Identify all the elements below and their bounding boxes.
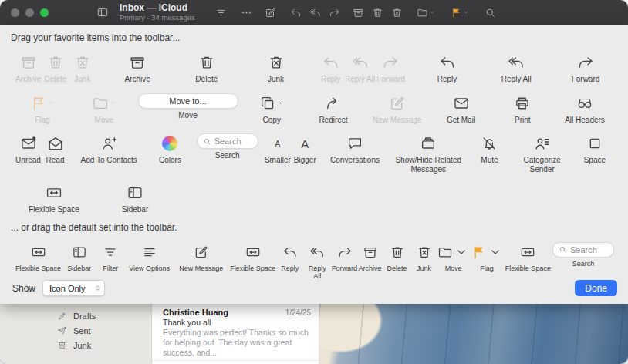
toolbar-item-label: Delete xyxy=(44,75,66,84)
search-field[interactable]: Search xyxy=(552,242,614,258)
toolbar-item-label: New Message xyxy=(179,265,223,272)
a-small-icon: A xyxy=(275,133,280,153)
toolbar-item-filter[interactable]: Filter xyxy=(96,242,126,272)
toolbar-item-move: Move xyxy=(77,93,131,125)
close-button[interactable] xyxy=(11,8,19,17)
default-toolbar-set[interactable]: Flexible SpaceSidebarFilterView OptionsN… xyxy=(0,242,628,281)
sidebar-toggle-icon[interactable] xyxy=(96,6,109,19)
toolbar-item-forward[interactable]: Forward xyxy=(332,242,357,281)
filter-icon[interactable] xyxy=(215,7,227,19)
toolbar-item-group-archive-delete-junk[interactable]: ArchiveDeleteJunk xyxy=(357,242,437,272)
copy-icon xyxy=(259,93,284,113)
window-title: Inbox — iCloud xyxy=(120,3,195,13)
toolbar-item-reply[interactable]: Reply xyxy=(420,52,474,84)
compose-icon xyxy=(194,242,209,262)
message-row[interactable]: ★Jasmine Garcia1/22/25 xyxy=(152,360,319,364)
titlebar: Inbox — iCloud Primary · 34 messages xyxy=(0,0,628,25)
toolbar-item-group-unread-read[interactable]: UnreadRead xyxy=(15,133,68,165)
toolbar-item-mute[interactable]: Mute xyxy=(471,133,507,165)
toolbar-item-print[interactable]: Print xyxy=(495,93,549,125)
toolbar-item-label: Flexible Space xyxy=(505,265,551,272)
toolbar-item-redirect[interactable]: Redirect xyxy=(306,93,360,125)
toolbar-item-new-message[interactable]: New Message xyxy=(174,242,228,272)
palette-row-3: UnreadReadAdd To ContactsColorsSearchSea… xyxy=(0,133,628,174)
toolbar-item-all-headers[interactable]: All Headers xyxy=(557,93,613,125)
toolbar-item-search[interactable]: SearchSearch xyxy=(198,133,258,160)
toolbar-item-space[interactable]: Space xyxy=(577,133,613,165)
toolbar-item-smaller[interactable]: ASmaller xyxy=(265,133,291,165)
search-icon[interactable] xyxy=(485,7,496,19)
toolbar-item-label: Redirect xyxy=(319,116,347,125)
archive-icon[interactable] xyxy=(353,7,364,19)
toolbar-item-sidebar[interactable]: Sidebar xyxy=(62,242,96,272)
ellipsis-icon[interactable] xyxy=(241,7,252,19)
toolbar-item-forward[interactable]: Forward xyxy=(559,52,613,84)
replyall-icon[interactable] xyxy=(309,7,321,19)
show-mode-popup[interactable]: Icon Only xyxy=(42,280,104,296)
message-date: 1/24/25 xyxy=(285,308,311,317)
glasses-icon xyxy=(576,93,593,113)
toolbar-item-show-hide-related-messages[interactable]: Show/Hide Related Messages xyxy=(392,133,464,174)
forward-icon[interactable] xyxy=(329,7,340,19)
trash-icon xyxy=(47,52,64,72)
toolbar-item-flexible-space[interactable]: Flexible Space xyxy=(22,183,86,214)
toolbar-item-copy[interactable]: Copy xyxy=(245,93,299,125)
zoom-button[interactable] xyxy=(40,8,49,17)
toolbar-item-delete[interactable]: Delete xyxy=(384,242,410,272)
trash-icon[interactable] xyxy=(372,7,383,19)
toolbar-item-label: Sidebar xyxy=(67,265,91,272)
folder-icon[interactable] xyxy=(417,7,435,19)
toolbar-item-move[interactable]: Move xyxy=(437,242,470,272)
toolbar-item-label: Forward xyxy=(376,75,405,84)
message-row[interactable]: Christine Huang1/24/25Thank you allEvery… xyxy=(152,304,319,360)
toolbar-item-sidebar[interactable]: Sidebar xyxy=(114,183,156,214)
toolbar-item-flexible-space[interactable]: Flexible Space xyxy=(14,242,62,272)
move-to-button[interactable]: Move to... xyxy=(138,93,238,109)
mail-window: Inbox — iCloud Primary · 34 messages Dra… xyxy=(0,0,628,364)
toolbar-item-group-reply-reply-all-forward: ReplyReply AllForward xyxy=(318,52,405,84)
search-field[interactable]: Search xyxy=(197,133,258,149)
toolbar-item-group-smaller-bigger[interactable]: ASmallerABigger xyxy=(265,133,318,165)
toolbar-item-junk[interactable]: Junk xyxy=(249,52,303,84)
sidebar-item-drafts[interactable]: Drafts xyxy=(0,308,151,323)
toolbar-item-conversations[interactable]: Conversations xyxy=(325,133,385,165)
message-photo-preview xyxy=(319,304,628,364)
envelope-icon xyxy=(453,93,470,113)
toolbar-item-move[interactable]: Move to...Move xyxy=(139,93,238,120)
toolbar-item-group-archive-delete-junk: ArchiveDeleteJunk xyxy=(15,52,95,84)
toolbar-item-flag[interactable]: Flag xyxy=(470,242,503,272)
toolbar-item-read[interactable]: Read xyxy=(42,133,68,165)
flag-icon[interactable] xyxy=(451,7,469,19)
toolbar-item-reply-all[interactable]: Reply All xyxy=(304,242,330,281)
replyall-icon xyxy=(508,52,525,72)
toolbar-item-get-mail[interactable]: Get Mail xyxy=(434,93,488,125)
toolbar-item-flexible-space[interactable]: Flexible Space xyxy=(228,242,277,272)
toolbar-item-archive[interactable]: Archive xyxy=(110,52,164,84)
minimize-button[interactable] xyxy=(25,8,34,17)
sidebar-icon xyxy=(127,183,143,203)
toolbar-item-search[interactable]: SearchSearch xyxy=(552,242,614,268)
compose-icon[interactable] xyxy=(265,7,276,19)
flexible-space-icon xyxy=(245,242,261,262)
toolbar-item-add-to-contacts[interactable]: Add To Contacts xyxy=(75,133,143,165)
toolbar-item-reply-all[interactable]: Reply All xyxy=(489,52,543,84)
junk-icon[interactable] xyxy=(391,7,403,19)
toolbar-item-reply[interactable]: Reply xyxy=(277,242,302,281)
forward-icon xyxy=(577,52,594,72)
reply-icon[interactable] xyxy=(290,7,302,19)
toolbar-item-categorize-sender[interactable]: Categorize Sender xyxy=(515,133,570,174)
toolbar-item-junk[interactable]: Junk xyxy=(411,242,437,272)
sidebar-item-sent[interactable]: Sent xyxy=(0,323,151,338)
done-button[interactable]: Done xyxy=(575,280,617,296)
toolbar-item-group-reply-reply-all-forward[interactable]: ReplyReply AllForward xyxy=(277,242,357,281)
toolbar-item-archive[interactable]: Archive xyxy=(357,242,383,272)
sidebar-item-junk[interactable]: Junk xyxy=(0,338,151,352)
forward-icon xyxy=(382,52,399,72)
customize-toolbar-sheet: Drag your favorite items into the toolba… xyxy=(0,25,628,304)
toolbar-item-flexible-space[interactable]: Flexible Space xyxy=(504,242,552,272)
toolbar-item-colors[interactable]: Colors xyxy=(150,133,190,165)
toolbar-item-bigger[interactable]: ABigger xyxy=(292,133,318,165)
toolbar-item-unread[interactable]: Unread xyxy=(15,133,41,165)
toolbar-item-delete[interactable]: Delete xyxy=(180,52,234,84)
toolbar-item-view-options[interactable]: View Options xyxy=(125,242,174,272)
